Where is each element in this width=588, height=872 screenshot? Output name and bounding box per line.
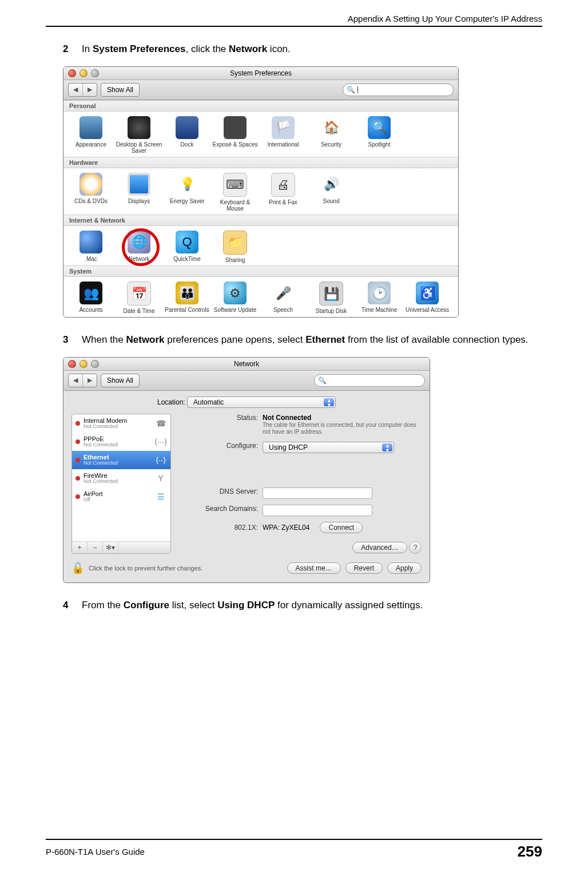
pref-startup-disk[interactable]: 💾Startup Disk xyxy=(307,282,355,315)
close-icon[interactable] xyxy=(68,360,76,368)
dns-label: DNS Server: xyxy=(178,487,258,496)
pref-keyboard-mouse[interactable]: ⌨Keyboard & Mouse xyxy=(211,173,259,212)
parental-icon: 👪 xyxy=(176,282,198,304)
pref-software-update[interactable]: ⚙Software Update xyxy=(211,282,259,315)
pref-spotlight[interactable]: 🔍Spotlight xyxy=(355,116,403,154)
ethernet-icon: ⟨∙∙⟩ xyxy=(154,455,167,465)
remove-service-button[interactable]: − xyxy=(88,542,103,553)
software-update-icon: ⚙ xyxy=(224,282,247,304)
forward-icon[interactable]: ▶ xyxy=(82,84,97,96)
dot1x-value: WPA: ZyXEL04 xyxy=(263,524,309,532)
pref-international[interactable]: 🏳️International xyxy=(259,116,307,154)
section-hardware-label: Hardware xyxy=(63,157,458,168)
service-internal-modem[interactable]: Internal ModemNot Connected ☎ xyxy=(72,414,170,433)
apply-button[interactable]: Apply xyxy=(387,562,422,574)
pref-appearance[interactable]: Appearance xyxy=(67,116,115,154)
minimize-icon[interactable] xyxy=(80,69,88,77)
pref-dock[interactable]: Dock xyxy=(163,116,211,154)
section-personal: Appearance Desktop & Screen Saver Dock E… xyxy=(63,112,458,157)
show-all-button[interactable]: Show All xyxy=(101,374,140,387)
airport-icon: ☰ xyxy=(154,492,167,502)
service-detail: Status: Not Connected The cable for Ethe… xyxy=(178,414,422,554)
service-firewire[interactable]: FireWireNot Connected Y xyxy=(72,469,170,487)
nav-back-forward[interactable]: ◀ ▶ xyxy=(68,83,97,97)
nav-back-forward[interactable]: ◀ ▶ xyxy=(68,374,97,387)
close-icon[interactable] xyxy=(68,69,76,77)
pref-expose-spaces[interactable]: Exposé & Spaces xyxy=(211,116,259,154)
pref-sound[interactable]: 🔊Sound xyxy=(307,173,355,212)
footer-guide: P-660N-T1A User's Guide xyxy=(46,847,145,857)
search-domains-input[interactable] xyxy=(263,505,372,516)
spotlight-icon: 🔍 xyxy=(368,116,391,139)
pref-cds-dvds[interactable]: CDs & DVDs xyxy=(67,173,115,212)
pref-quicktime[interactable]: QQuickTime xyxy=(163,231,211,264)
service-action-menu[interactable]: ✻▾ xyxy=(103,542,118,553)
step-text: From the Configure list, select Using DH… xyxy=(82,599,542,612)
universal-access-icon: ♿ xyxy=(416,282,439,304)
minimize-icon[interactable] xyxy=(80,360,88,368)
pref-accounts[interactable]: 👥Accounts xyxy=(67,282,115,315)
pref-time-machine[interactable]: 🕑Time Machine xyxy=(355,282,403,315)
service-list-tools: + − ✻▾ xyxy=(72,541,170,553)
lock-row[interactable]: 🔓 Click the lock to prevent further chan… xyxy=(71,562,202,574)
desktop-icon xyxy=(128,116,150,139)
status-label: Status: xyxy=(178,414,258,422)
configure-label: Configure: xyxy=(178,442,258,450)
back-icon[interactable]: ◀ xyxy=(69,374,82,387)
step-number: 3 xyxy=(63,334,71,347)
search-icon: 🔍 xyxy=(347,86,355,94)
location-select[interactable]: Automatic ▲▼ xyxy=(187,397,336,408)
section-system-label: System xyxy=(63,265,458,277)
help-button[interactable]: ? xyxy=(409,541,422,554)
lock-icon: 🔓 xyxy=(71,562,84,574)
window-titlebar: Network xyxy=(63,358,430,371)
section-system: 👥Accounts 📅Date & Time 👪Parental Control… xyxy=(63,277,458,317)
step-number: 2 xyxy=(63,43,71,56)
back-icon[interactable]: ◀ xyxy=(69,84,82,96)
configure-select[interactable]: Using DHCP ▲▼ xyxy=(263,442,394,453)
step-2: 2 In System Preferences, click the Netwo… xyxy=(63,43,542,56)
network-icon: 🌐 xyxy=(128,231,150,253)
service-pppoe[interactable]: PPPoENot Connected ⟨∙∙∙⟩ xyxy=(72,433,170,451)
show-all-button[interactable]: Show All xyxy=(101,83,140,97)
status-dot-icon xyxy=(76,476,80,481)
bulb-icon: 💡 xyxy=(176,173,198,196)
step-text: When the Network preferences pane opens,… xyxy=(82,334,542,347)
status-dot-icon xyxy=(76,421,80,426)
service-list: Internal ModemNot Connected ☎ PPPoENot C… xyxy=(71,414,171,554)
pref-parental[interactable]: 👪Parental Controls xyxy=(163,282,211,315)
service-airport[interactable]: AirPortOff ☰ xyxy=(72,487,170,506)
section-personal-label: Personal xyxy=(63,100,458,112)
toolbar: ◀ ▶ Show All 🔍 xyxy=(63,80,458,100)
advanced-button[interactable]: Advanced… xyxy=(352,542,407,553)
revert-button[interactable]: Revert xyxy=(345,562,383,574)
pref-date-time[interactable]: 📅Date & Time xyxy=(115,282,163,315)
pref-displays[interactable]: Displays xyxy=(115,173,163,212)
toolbar: ◀ ▶ Show All 🔍 xyxy=(63,371,430,391)
connect-button[interactable]: Connect xyxy=(320,522,363,533)
assist-me-button[interactable]: Assist me… xyxy=(287,562,341,574)
step-3: 3 When the Network preferences pane open… xyxy=(63,334,542,347)
pref-network[interactable]: 🌐Network xyxy=(115,231,163,264)
add-service-button[interactable]: + xyxy=(72,542,88,553)
pref-sharing[interactable]: 📁Sharing xyxy=(211,231,259,264)
search-input[interactable]: 🔍 xyxy=(314,374,425,387)
dns-input[interactable] xyxy=(263,487,372,499)
time-machine-icon: 🕑 xyxy=(368,282,391,304)
zoom-icon[interactable] xyxy=(91,360,99,368)
pref-universal-access[interactable]: ♿Universal Access xyxy=(403,282,451,315)
service-ethernet[interactable]: EthernetNot Connected ⟨∙∙⟩ xyxy=(72,451,170,469)
pref-security[interactable]: 🏠Security xyxy=(307,116,355,154)
pref-energy-saver[interactable]: 💡Energy Saver xyxy=(163,173,211,212)
pref-speech[interactable]: 🎤Speech xyxy=(259,282,307,315)
forward-icon[interactable]: ▶ xyxy=(82,374,97,387)
pref-desktop-screensaver[interactable]: Desktop & Screen Saver xyxy=(115,116,163,154)
section-hardware: CDs & DVDs Displays 💡Energy Saver ⌨Keybo… xyxy=(63,168,458,215)
zoom-icon[interactable] xyxy=(91,69,99,77)
dotmac-icon xyxy=(80,231,102,253)
window-title: System Preferences xyxy=(230,69,292,77)
search-input[interactable]: 🔍 xyxy=(343,84,454,96)
pref-dotmac[interactable]: .Mac xyxy=(67,231,115,264)
status-value: Not Connected xyxy=(263,414,311,422)
pref-print-fax[interactable]: 🖨Print & Fax xyxy=(259,173,307,212)
